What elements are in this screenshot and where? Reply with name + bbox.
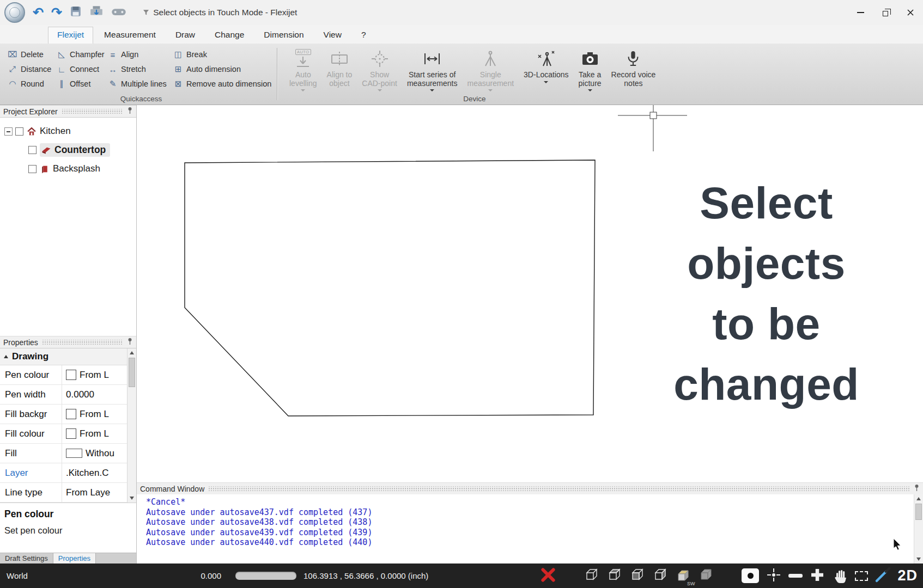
single-measurement-button[interactable]: Single measurement	[462, 46, 519, 93]
tree-item-backsplash[interactable]: Backsplash	[28, 161, 100, 177]
send-to-device-button[interactable]	[89, 5, 104, 20]
auto-levelling-button[interactable]: AUTO Auto levelling	[284, 46, 322, 93]
snap-point-toggle[interactable]	[742, 568, 759, 583]
selection-box-button[interactable]	[855, 571, 868, 581]
start-series-of-measurements-button[interactable]: Start series of measurements	[402, 46, 463, 93]
tab-draw[interactable]: Draw	[167, 27, 204, 44]
break-button[interactable]: ◫Break	[173, 48, 271, 60]
distance-label: Distance	[21, 65, 51, 74]
controller-button[interactable]	[111, 7, 126, 19]
fill-background-value[interactable]: From L	[62, 405, 127, 424]
tree-item-countertop[interactable]: Countertop	[28, 142, 110, 158]
properties-scrollbar[interactable]	[127, 348, 136, 503]
cancel-button[interactable]	[540, 567, 556, 585]
tab-flexijet[interactable]: Flexijet	[48, 27, 93, 44]
tab-draft-settings[interactable]: Draft Settings	[0, 553, 53, 564]
drawing-canvas[interactable]: Select objects to be changed	[137, 105, 923, 482]
auto-dimension-button[interactable]: ⊞Auto dimension	[173, 63, 271, 75]
tab-help[interactable]: ?	[353, 27, 375, 44]
pin-button[interactable]	[127, 338, 133, 347]
countertop-outline[interactable]	[185, 160, 595, 416]
3d-locations-button[interactable]: 3D-Locations	[519, 46, 574, 93]
tree-item-kitchen[interactable]: Kitchen	[4, 123, 71, 139]
pen-colour-value[interactable]: From L	[62, 365, 127, 384]
align-to-object-button[interactable]: Align to object	[322, 46, 357, 93]
zoom-in-button[interactable]	[809, 567, 825, 585]
view-front-button[interactable]	[629, 567, 646, 585]
scroll-down-button[interactable]	[127, 494, 136, 503]
view-side-button[interactable]	[652, 567, 669, 585]
countertop-checkbox[interactable]	[28, 146, 37, 154]
undo-button[interactable]: ↶	[33, 6, 44, 19]
distance-icon: ⤢	[8, 64, 17, 74]
close-button[interactable]	[898, 0, 923, 25]
pan-button[interactable]	[832, 567, 848, 585]
prop-row-pen-width: Pen width 0.0000	[0, 385, 127, 405]
command-scrollbar[interactable]	[914, 494, 923, 564]
delete-label: Delete	[21, 50, 44, 59]
delete-button[interactable]: ⌧Delete	[8, 48, 51, 60]
tree-item-backsplash-label: Backsplash	[53, 163, 100, 174]
countertop-icon	[41, 145, 51, 155]
redo-button[interactable]: ↷	[51, 6, 62, 19]
colour-swatch	[66, 370, 76, 380]
remove-auto-dimension-button[interactable]: ⊠Remove auto dimension	[173, 78, 271, 90]
fill-colour-value[interactable]: From L	[62, 424, 127, 443]
restore-button[interactable]	[873, 0, 898, 25]
take-a-picture-button[interactable]: Take a picture	[574, 46, 606, 93]
tab-change[interactable]: Change	[206, 27, 253, 44]
pen-width-value[interactable]: 0.0000	[62, 385, 127, 404]
project-tree: Kitchen Countertop Backsplash	[0, 118, 136, 336]
coordinate-system-selector[interactable]: World	[7, 564, 28, 588]
view-solid-button[interactable]	[698, 567, 714, 585]
layer-value[interactable]: .Kitchen.C	[62, 463, 127, 482]
pin-button[interactable]	[914, 484, 920, 493]
scroll-down-button[interactable]	[914, 555, 923, 564]
scrollbar-thumb[interactable]	[915, 504, 922, 520]
backsplash-checkbox[interactable]	[28, 165, 37, 173]
line-type-value[interactable]: From Laye	[62, 483, 127, 502]
distance-button[interactable]: ⤢Distance	[8, 63, 51, 75]
tab-properties[interactable]: Properties	[53, 553, 96, 564]
multiple-lines-button[interactable]: ✎Multiple lines	[108, 78, 167, 90]
offset-button[interactable]: ∥Offset	[57, 78, 105, 90]
chevron-down-icon	[301, 89, 305, 91]
stretch-button[interactable]: ↔Stretch	[108, 63, 167, 75]
view-isometric-button[interactable]	[584, 567, 600, 585]
collapse-expander-icon[interactable]	[4, 127, 13, 136]
fill-value[interactable]: Withou	[62, 444, 127, 463]
multiple-lines-label: Multiple lines	[121, 79, 167, 88]
line-type-label: Line type	[0, 483, 62, 502]
connect-button[interactable]: ∟Connect	[57, 63, 105, 75]
kitchen-checkbox[interactable]	[15, 127, 23, 136]
snap-crosshair-button[interactable]	[766, 567, 782, 585]
champfer-button[interactable]: ◺Champfer	[57, 48, 105, 60]
drawing-section-header[interactable]: Drawing	[0, 348, 127, 365]
view-top-button[interactable]	[606, 567, 623, 585]
pen-width-label: Pen width	[0, 385, 62, 404]
view-shaded-button[interactable]: SW	[675, 568, 691, 584]
3d-locations-label-1: 3D-Locations	[524, 71, 569, 79]
scroll-up-button[interactable]	[914, 494, 923, 503]
auto-levelling-label-1: Auto	[295, 71, 311, 79]
layer-link[interactable]: Layer	[0, 463, 62, 482]
draw-line-button[interactable]	[875, 567, 891, 585]
pin-button[interactable]	[127, 107, 133, 116]
auto-chip-label: AUTO	[295, 49, 311, 55]
scroll-up-button[interactable]	[127, 348, 136, 357]
show-cad-point-button[interactable]: Show CAD-point	[357, 46, 402, 93]
round-button[interactable]: ◠Round	[8, 78, 51, 90]
status-toolbar: SW	[540, 564, 918, 588]
tab-view[interactable]: View	[315, 27, 350, 44]
tab-dimension[interactable]: Dimension	[255, 27, 312, 44]
tab-measurement[interactable]: Measurement	[95, 27, 165, 44]
collapse-icon	[4, 355, 8, 358]
record-voice-notes-button[interactable]: Record voice notes	[606, 46, 661, 93]
scrollbar-thumb[interactable]	[129, 358, 135, 387]
zoom-out-button[interactable]	[788, 574, 803, 578]
align-button[interactable]: ≡Align	[108, 48, 167, 60]
minimize-button[interactable]	[848, 0, 873, 25]
project-explorer-title: Project Explorer	[3, 107, 58, 116]
save-button[interactable]	[70, 5, 82, 20]
mode-2d-toggle[interactable]: 2D	[897, 567, 918, 584]
